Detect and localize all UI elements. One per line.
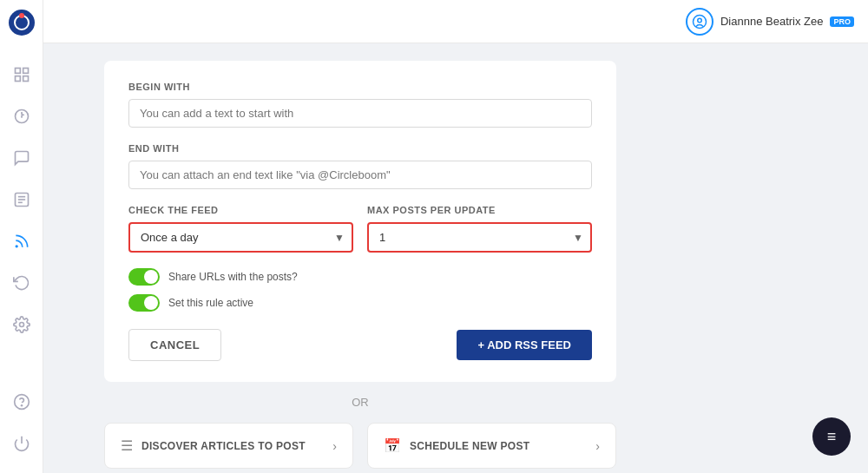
svg-point-13 bbox=[19, 323, 23, 327]
help-icon bbox=[13, 393, 30, 411]
begin-with-label: BEGIN WITH bbox=[128, 82, 592, 92]
schedule-post-card[interactable]: 📅 SCHEDULE NEW POST › bbox=[367, 423, 616, 469]
end-with-group: END WITH bbox=[128, 143, 592, 189]
action-cards: ☰ DISCOVER ARTICLES TO POST › 📅 SCHEDULE… bbox=[104, 423, 616, 469]
chat-icon bbox=[13, 149, 30, 167]
sidebar-item-posts[interactable] bbox=[4, 182, 39, 217]
power-icon bbox=[13, 435, 30, 452]
schedule-post-arrow-icon: › bbox=[595, 439, 600, 453]
sidebar-item-settings[interactable] bbox=[4, 307, 39, 342]
schedule-post-icon: 📅 bbox=[384, 437, 401, 454]
form-buttons: CANCEL + ADD RSS FEED bbox=[128, 329, 592, 361]
toggle-share-urls-row: Share URLs with the posts? bbox=[128, 268, 592, 286]
float-menu-icon: ≡ bbox=[827, 428, 837, 446]
discover-articles-left: ☰ DISCOVER ARTICLES TO POST bbox=[121, 437, 306, 454]
or-divider: OR bbox=[104, 396, 616, 409]
pro-badge: PRO bbox=[830, 16, 854, 27]
toggle-active-row: Set this rule active bbox=[128, 294, 592, 312]
end-with-input[interactable] bbox=[128, 161, 592, 189]
svg-point-12 bbox=[16, 246, 17, 247]
rss-form-card: BEGIN WITH END WITH CHECK THE FEED Once … bbox=[104, 61, 616, 382]
user-profile[interactable]: Diannne Beatrix Zee PRO bbox=[686, 8, 854, 36]
sidebar bbox=[0, 0, 43, 473]
discover-articles-label: DISCOVER ARTICLES TO POST bbox=[141, 440, 306, 452]
toggle-active[interactable] bbox=[128, 294, 160, 312]
sidebar-item-messages[interactable] bbox=[4, 141, 39, 175]
sidebar-item-dashboard[interactable] bbox=[4, 57, 39, 92]
history-icon bbox=[13, 274, 30, 292]
logo[interactable] bbox=[8, 9, 36, 40]
end-with-label: END WITH bbox=[128, 143, 592, 154]
discover-articles-icon: ☰ bbox=[121, 437, 133, 454]
topbar: Diannne Beatrix Zee PRO bbox=[43, 0, 868, 43]
add-rss-feed-button[interactable]: + ADD RSS FEED bbox=[457, 330, 592, 360]
toggle-active-slider bbox=[128, 294, 160, 312]
svg-point-18 bbox=[698, 18, 702, 23]
cancel-button[interactable]: CANCEL bbox=[128, 329, 221, 361]
sidebar-item-help[interactable] bbox=[4, 384, 39, 419]
user-avatar-icon bbox=[692, 14, 707, 30]
sidebar-item-boost[interactable] bbox=[4, 99, 39, 134]
lightning-icon bbox=[13, 108, 30, 125]
max-posts-select[interactable]: 1 2 3 5 10 bbox=[367, 222, 592, 253]
toggle-share-urls[interactable] bbox=[128, 268, 160, 286]
sidebar-item-rss[interactable] bbox=[4, 224, 39, 259]
check-feed-select[interactable]: Once a day Once an hour Every 6 hours Ev… bbox=[128, 222, 353, 253]
svg-rect-6 bbox=[23, 76, 28, 82]
sidebar-item-logout[interactable] bbox=[4, 426, 39, 461]
dashboard-icon bbox=[13, 66, 30, 83]
svg-rect-4 bbox=[23, 69, 28, 74]
check-feed-label: CHECK THE FEED bbox=[128, 205, 353, 215]
gear-icon bbox=[13, 316, 30, 333]
rss-icon bbox=[13, 233, 30, 250]
discover-articles-card[interactable]: ☰ DISCOVER ARTICLES TO POST › bbox=[104, 423, 353, 469]
check-feed-wrapper: Once a day Once an hour Every 6 hours Ev… bbox=[128, 222, 353, 253]
feed-settings-row: CHECK THE FEED Once a day Once an hour E… bbox=[128, 205, 592, 253]
avatar bbox=[686, 8, 713, 36]
svg-rect-3 bbox=[15, 69, 20, 74]
check-feed-col: CHECK THE FEED Once a day Once an hour E… bbox=[128, 205, 353, 253]
max-posts-label: MAX POSTS PER UPDATE bbox=[367, 205, 592, 215]
svg-point-2 bbox=[19, 13, 24, 18]
sidebar-item-history[interactable] bbox=[4, 266, 39, 300]
schedule-post-label: SCHEDULE NEW POST bbox=[410, 440, 529, 452]
toggle-active-label: Set this rule active bbox=[168, 297, 253, 309]
schedule-post-left: 📅 SCHEDULE NEW POST bbox=[384, 437, 529, 454]
document-icon bbox=[13, 191, 30, 208]
logo-icon bbox=[8, 9, 36, 36]
float-menu-button[interactable]: ≡ bbox=[812, 417, 851, 456]
begin-with-input[interactable] bbox=[128, 99, 592, 128]
discover-articles-arrow-icon: › bbox=[332, 439, 337, 453]
toggle-share-urls-label: Share URLs with the posts? bbox=[168, 271, 298, 283]
toggle-share-urls-slider bbox=[128, 268, 160, 286]
user-name: Diannne Beatrix Zee bbox=[720, 15, 824, 28]
main-content: BEGIN WITH END WITH CHECK THE FEED Once … bbox=[87, 43, 868, 473]
max-posts-wrapper: 1 2 3 5 10 ▼ bbox=[367, 222, 592, 253]
svg-rect-5 bbox=[15, 76, 20, 82]
max-posts-col: MAX POSTS PER UPDATE 1 2 3 5 10 ▼ bbox=[367, 205, 592, 253]
begin-with-group: BEGIN WITH bbox=[128, 82, 592, 128]
